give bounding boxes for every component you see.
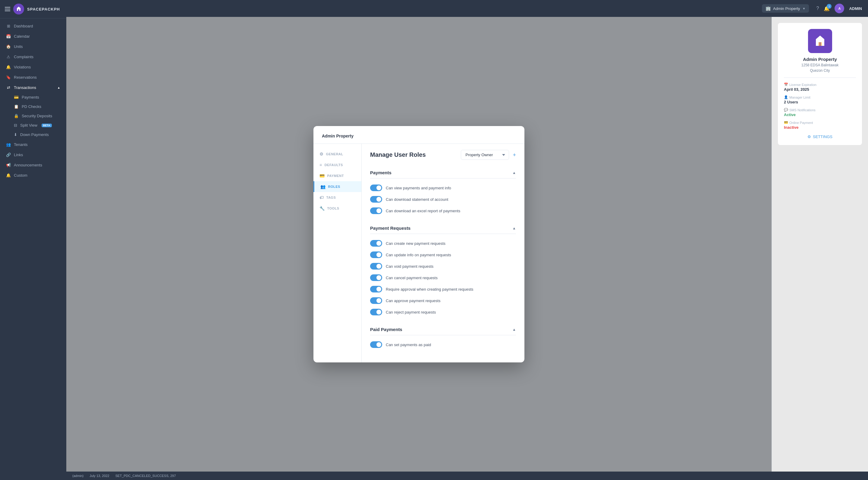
sidebar-sub-pd-checks[interactable]: 📋 PD Checks: [0, 102, 66, 111]
paid-payments-header[interactable]: Paid Payments ▲: [370, 324, 516, 335]
manager-limit-label: 👤 Manager Limit: [784, 95, 856, 99]
sidebar-item-announcements[interactable]: 📢 Announcements: [0, 160, 66, 170]
payments-chevron-icon: ▲: [513, 171, 516, 175]
calendar-icon: 📅: [6, 34, 11, 38]
sidebar-item-custom[interactable]: 🔔 Custom: [0, 170, 66, 180]
toggle-approve-requests-switch[interactable]: [370, 297, 382, 304]
topbar-actions: ? 🔔 1 A ADMIN: [816, 4, 862, 13]
sidebar-nav: ⊞ Dashboard 📅 Calendar 🏠 Units ⚠ Complai…: [0, 19, 66, 480]
property-selector[interactable]: 🏢 Admin Property ▼: [762, 4, 809, 13]
toggle-update-requests-switch[interactable]: [370, 251, 382, 258]
modal-nav-payment[interactable]: 💳 PAYMENT: [313, 170, 361, 181]
sidebar-item-units[interactable]: 🏠 Units: [0, 41, 66, 52]
sidebar-item-transactions[interactable]: ⇄ Transactions ▲: [0, 82, 66, 93]
notification-badge: 1: [827, 4, 832, 9]
property-name-label: Admin Property: [773, 6, 800, 11]
sms-notifications-value: Active: [784, 113, 856, 117]
defaults-icon: ≡: [319, 162, 322, 167]
sidebar-item-calendar[interactable]: 📅 Calendar: [0, 31, 66, 41]
sidebar-item-tenants[interactable]: 👥 Tenants: [0, 139, 66, 150]
toggle-require-approval-label: Require approval when creating payment r…: [386, 287, 473, 292]
modal-body: ⚙ GENERAL ≡ DEFAULTS 💳 PAYMENT: [313, 144, 524, 362]
online-payment-value: Inactive: [784, 125, 856, 130]
warning-icon: 🔔: [6, 64, 11, 69]
toggle-download-statement-label: Can download statement of account: [386, 197, 448, 202]
brand-name: SPACEPACKPH: [27, 7, 60, 11]
toggle-view-payments-switch[interactable]: [370, 184, 382, 191]
toggle-set-paid-switch[interactable]: [370, 341, 382, 348]
sidebar-item-complaints[interactable]: ⚠ Complaints: [0, 52, 66, 62]
notifications-icon[interactable]: 🔔 1: [824, 6, 830, 11]
sidebar-item-dashboard[interactable]: ⊞ Dashboard: [0, 21, 66, 31]
property-card-addr-line2: Quezon City: [784, 68, 856, 73]
bottom-user: (admin): [72, 474, 84, 478]
payment-requests-section: Payment Requests ▲ Can create new paymen…: [370, 222, 516, 318]
add-role-button[interactable]: +: [513, 152, 516, 158]
payments-section-header[interactable]: Payments ▲: [370, 167, 516, 179]
bell-icon: 🔔: [6, 173, 11, 178]
building-icon: 🏠: [6, 44, 11, 49]
right-panel: Admin Property 1258 EDSA Balintawak Quez…: [772, 17, 868, 472]
toggle-void-requests-label: Can void payment requests: [386, 264, 433, 269]
toggle-view-payments: Can view payments and payment info: [370, 182, 516, 193]
toggle-download-statement-switch[interactable]: [370, 196, 382, 203]
hamburger-icon[interactable]: [5, 7, 10, 11]
toggle-reject-requests-label: Can reject payment requests: [386, 310, 436, 314]
sidebar-item-violations[interactable]: 🔔 Violations: [0, 62, 66, 72]
modal-header: Admin Property: [313, 126, 524, 144]
toggle-void-requests-switch[interactable]: [370, 263, 382, 270]
sidebar-sub-down-payments[interactable]: ⬇ Down Payments: [0, 130, 66, 139]
tools-icon: 🔧: [319, 206, 325, 211]
license-expiration-value: April 03, 2025: [784, 87, 856, 92]
modal: Admin Property ⚙ GENERAL ≡ DEFA: [313, 126, 524, 362]
toggle-create-requests-label: Can create new payment requests: [386, 241, 445, 246]
sidebar-item-reservations[interactable]: 🔖 Reservations: [0, 72, 66, 82]
help-icon[interactable]: ?: [816, 6, 819, 11]
online-payment-icon: 💳: [784, 121, 788, 124]
toggle-reject-requests: Can reject payment requests: [370, 306, 516, 318]
background-area: Admin Property ⚙ GENERAL ≡ DEFA: [66, 17, 772, 472]
svg-rect-1: [820, 42, 822, 46]
payment-nav-icon: 💳: [319, 173, 325, 178]
toggle-reject-requests-switch[interactable]: [370, 309, 382, 316]
pd-checks-icon: 📋: [14, 104, 19, 109]
sidebar-sub-security-deposits[interactable]: 🔒 Security Deposits: [0, 111, 66, 121]
sidebar-header: SPACEPACKPH: [0, 0, 66, 19]
modal-overlay[interactable]: Admin Property ⚙ GENERAL ≡ DEFA: [66, 17, 772, 472]
toggle-cancel-requests: Can cancel payment requests: [370, 272, 516, 283]
modal-nav-tools[interactable]: 🔧 TOOLS: [313, 203, 361, 214]
role-selector[interactable]: Property Owner Manager Staff: [461, 150, 509, 160]
payments-section: Payments ▲ Can view payments and payment…: [370, 167, 516, 216]
svg-rect-0: [818, 42, 820, 46]
paid-payments-title: Paid Payments: [370, 327, 402, 332]
modal-nav-defaults[interactable]: ≡ DEFAULTS: [313, 159, 361, 170]
general-icon: ⚙: [319, 152, 324, 156]
modal-nav-general[interactable]: ⚙ GENERAL: [313, 149, 361, 159]
property-logo: [808, 29, 832, 53]
security-deposits-icon: 🔒: [14, 114, 19, 118]
settings-gear-icon: ⚙: [807, 134, 811, 139]
manager-limit-value: 2 Users: [784, 100, 856, 104]
megaphone-icon: 📢: [6, 162, 11, 167]
toggle-download-excel-label: Can download an excel report of payments: [386, 209, 460, 213]
toggle-cancel-requests-switch[interactable]: [370, 274, 382, 281]
property-chevron-icon: ▼: [803, 7, 806, 10]
toggle-download-excel-switch[interactable]: [370, 207, 382, 214]
modal-nav-roles[interactable]: 👥 ROLES: [313, 181, 361, 192]
modal-nav-tags[interactable]: 🏷 TAGS: [313, 192, 361, 203]
settings-link[interactable]: ⚙ SETTINGS: [784, 134, 856, 139]
toggle-set-paid: Can set payments as paid: [370, 339, 516, 350]
toggle-require-approval-switch[interactable]: [370, 286, 382, 293]
sidebar-sub-split-view[interactable]: ⊟ Split View BETA: [0, 121, 66, 130]
payment-requests-header[interactable]: Payment Requests ▲: [370, 222, 516, 234]
property-card-addr-line1: 1258 EDSA Balintawak: [784, 63, 856, 67]
toggle-download-excel: Can download an excel report of payments: [370, 205, 516, 216]
payment-requests-chevron-icon: ▲: [513, 226, 516, 230]
toggle-create-requests-switch[interactable]: [370, 240, 382, 247]
sidebar-sub-payments[interactable]: 💳 Payments: [0, 93, 66, 102]
sidebar-item-links[interactable]: 🔗 Links: [0, 150, 66, 160]
toggle-download-statement: Can download statement of account: [370, 193, 516, 205]
manage-user-roles-title: Manage User Roles: [370, 151, 457, 158]
beta-badge: BETA: [41, 124, 52, 127]
payments-section-title: Payments: [370, 170, 392, 175]
